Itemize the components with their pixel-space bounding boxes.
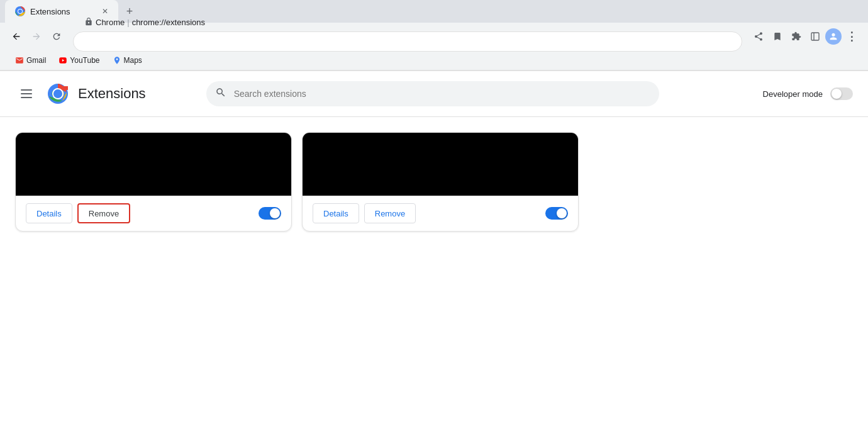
extensions-page: Extensions Developer mode Details Remove bbox=[0, 71, 868, 431]
extension-image-2 bbox=[303, 133, 578, 196]
menu-line-3 bbox=[21, 97, 32, 98]
bookmark-maps-label: Maps bbox=[124, 56, 142, 65]
toggle-knob-1 bbox=[270, 208, 280, 218]
reload-button[interactable] bbox=[48, 28, 65, 45]
tab-favicon bbox=[15, 6, 25, 16]
details-button-1[interactable]: Details bbox=[26, 203, 72, 223]
bookmark-youtube-label: YouTube bbox=[70, 56, 99, 65]
svg-point-2 bbox=[18, 9, 22, 13]
nav-bar: Chrome | chrome://extensions bbox=[0, 23, 868, 50]
extension-actions-2: Details Remove bbox=[303, 196, 578, 231]
chrome-logo bbox=[48, 84, 68, 104]
remove-button-2[interactable]: Remove bbox=[364, 203, 416, 223]
bookmark-gmail[interactable]: Gmail bbox=[10, 53, 51, 67]
extension-image-1 bbox=[16, 133, 291, 196]
page-title: Extensions bbox=[78, 86, 146, 102]
share-button[interactable] bbox=[750, 28, 767, 45]
toggle-knob bbox=[832, 89, 842, 99]
browser-chrome: Extensions ✕ + Chrome | chrome://extensi… bbox=[0, 0, 868, 71]
extension-card-1: Details Remove bbox=[15, 132, 292, 232]
extension-actions-1: Details Remove bbox=[16, 196, 291, 231]
youtube-favicon bbox=[58, 56, 67, 65]
remove-button-1[interactable]: Remove bbox=[77, 203, 130, 223]
hamburger-menu-button[interactable] bbox=[15, 82, 38, 105]
lock-icon bbox=[84, 18, 93, 26]
nav-actions: ⋮ bbox=[750, 28, 860, 45]
extension-toggle-1[interactable] bbox=[259, 207, 281, 220]
menu-line-1 bbox=[21, 89, 32, 91]
extensions-grid: Details Remove Details Remove bbox=[0, 117, 868, 247]
toggle-knob-2 bbox=[557, 208, 567, 218]
tab-close-icon[interactable]: ✕ bbox=[102, 7, 108, 16]
search-bar-container bbox=[206, 81, 659, 106]
forward-button[interactable] bbox=[28, 28, 45, 45]
search-icon bbox=[215, 87, 226, 101]
address-bar-container: Chrome | chrome://extensions bbox=[73, 22, 742, 52]
sidebar-button[interactable] bbox=[806, 28, 824, 45]
developer-mode-container: Developer mode bbox=[763, 87, 853, 100]
menu-line-2 bbox=[21, 93, 32, 94]
details-button-2[interactable]: Details bbox=[313, 203, 359, 223]
more-menu-button[interactable]: ⋮ bbox=[843, 28, 860, 45]
address-brand: Chrome bbox=[96, 17, 125, 26]
address-url: chrome://extensions bbox=[132, 17, 205, 26]
bookmark-maps[interactable]: Maps bbox=[108, 53, 147, 67]
tab-title: Extensions bbox=[30, 7, 94, 16]
bookmark-gmail-label: Gmail bbox=[26, 56, 46, 65]
search-input[interactable] bbox=[206, 81, 659, 106]
svg-rect-3 bbox=[811, 33, 819, 40]
extension-toggle-2[interactable] bbox=[545, 207, 568, 220]
developer-mode-toggle[interactable] bbox=[830, 87, 853, 100]
maps-favicon bbox=[113, 56, 121, 65]
extensions-header: Extensions Developer mode bbox=[0, 71, 868, 117]
developer-mode-label: Developer mode bbox=[763, 89, 823, 99]
profile-avatar[interactable] bbox=[825, 28, 842, 45]
bookmarks-bar: Gmail YouTube Maps bbox=[0, 50, 868, 70]
bookmark-youtube[interactable]: YouTube bbox=[53, 53, 104, 67]
bookmark-button[interactable] bbox=[769, 28, 786, 45]
extensions-puzzle-button[interactable] bbox=[787, 28, 805, 45]
extension-card-2: Details Remove bbox=[302, 132, 579, 232]
back-button[interactable] bbox=[8, 28, 25, 45]
svg-point-9 bbox=[53, 89, 62, 98]
gmail-favicon bbox=[15, 56, 24, 65]
